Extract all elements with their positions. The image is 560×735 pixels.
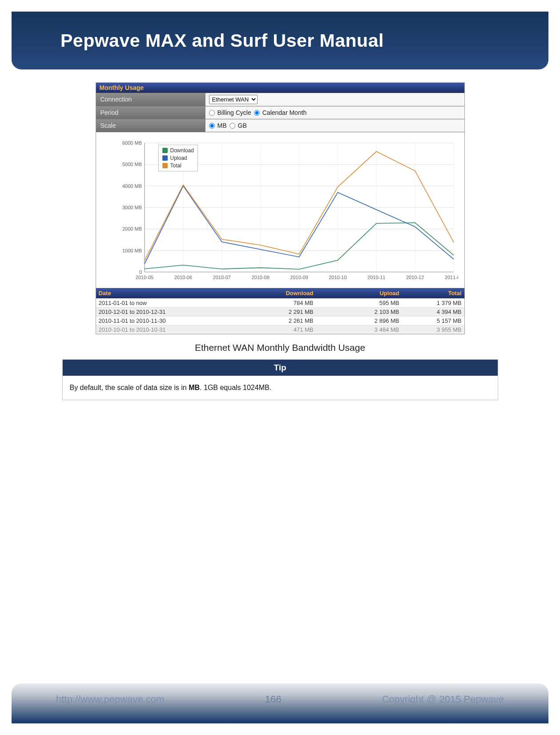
tip-header: Tip bbox=[63, 360, 498, 376]
chart: 01000 MB2000 MB3000 MB4000 MB5000 MB6000… bbox=[96, 132, 464, 288]
table-row[interactable]: 2011-01-01 to now 784 MB 595 MB 1 379 MB bbox=[96, 298, 464, 307]
connection-label: Connection bbox=[96, 93, 205, 106]
svg-text:6000 MB: 6000 MB bbox=[122, 140, 141, 146]
footer-copyright: Copyright @ 2015 Pepwave bbox=[382, 694, 504, 705]
table-row[interactable]: 2010-10-01 to 2010-10-31 471 MB 3 484 MB… bbox=[96, 325, 464, 334]
page-content: Monthly Usage Connection Ethernet WAN Pe… bbox=[12, 78, 548, 682]
table-body: 2011-01-01 to now 784 MB 595 MB 1 379 MB… bbox=[96, 298, 464, 334]
svg-text:2010-12: 2010-12 bbox=[406, 275, 423, 280]
tip-body: By default, the scale of data size is in… bbox=[63, 376, 498, 400]
chart-svg: 01000 MB2000 MB3000 MB4000 MB5000 MB6000… bbox=[102, 138, 458, 285]
svg-text:3000 MB: 3000 MB bbox=[122, 205, 141, 210]
svg-text:2010-05: 2010-05 bbox=[135, 275, 153, 280]
row-scale: Scale MB GB bbox=[96, 119, 464, 132]
svg-text:2010-11: 2010-11 bbox=[367, 275, 385, 280]
legend-download: Download bbox=[170, 147, 194, 154]
period-billing-label: Billing Cycle bbox=[218, 109, 251, 116]
svg-text:2011-01: 2011-01 bbox=[444, 275, 458, 280]
row-period: Period Billing Cycle Calendar Month bbox=[96, 106, 464, 119]
col-download: Download bbox=[228, 290, 314, 296]
svg-text:2010-08: 2010-08 bbox=[251, 275, 269, 280]
period-calendar-label: Calendar Month bbox=[262, 109, 307, 116]
col-date: Date bbox=[99, 290, 228, 296]
scale-label: Scale bbox=[96, 119, 205, 132]
table-row[interactable]: 2010-12-01 to 2010-12-31 2 291 MB 2 103 … bbox=[96, 307, 464, 316]
row-connection: Connection Ethernet WAN bbox=[96, 93, 464, 106]
period-billing-radio[interactable] bbox=[209, 110, 215, 116]
col-total: Total bbox=[399, 290, 462, 296]
svg-text:4000 MB: 4000 MB bbox=[122, 183, 141, 189]
svg-text:2010-09: 2010-09 bbox=[290, 275, 308, 280]
table-header: Date Download Upload Total bbox=[96, 288, 464, 298]
scale-gb-radio[interactable] bbox=[230, 123, 235, 129]
tip-box: Tip By default, the scale of data size i… bbox=[62, 359, 498, 400]
legend-upload: Upload bbox=[170, 154, 187, 162]
document-header: Pepwave MAX and Surf User Manual bbox=[12, 12, 548, 69]
document-title: Pepwave MAX and Surf User Manual bbox=[60, 30, 384, 51]
col-upload: Upload bbox=[314, 290, 399, 296]
scale-mb-label: MB bbox=[218, 122, 227, 129]
svg-text:2000 MB: 2000 MB bbox=[122, 226, 141, 231]
period-label: Period bbox=[96, 106, 205, 119]
figure-caption: Ethernet WAN Monthly Bandwidth Usage bbox=[47, 342, 513, 353]
document-footer: http://www.pepwave.com 166 Copyright @ 2… bbox=[12, 683, 548, 723]
footer-page: 166 bbox=[265, 694, 282, 705]
svg-text:1000 MB: 1000 MB bbox=[122, 248, 141, 253]
svg-text:5000 MB: 5000 MB bbox=[122, 162, 141, 167]
legend-total: Total bbox=[170, 162, 181, 170]
svg-text:2010-07: 2010-07 bbox=[213, 275, 230, 280]
table-row[interactable]: 2010-11-01 to 2010-11-30 2 261 MB 2 896 … bbox=[96, 316, 464, 325]
period-calendar-radio[interactable] bbox=[254, 110, 260, 116]
usage-panel: Monthly Usage Connection Ethernet WAN Pe… bbox=[96, 82, 465, 334]
svg-text:0: 0 bbox=[139, 269, 141, 275]
scale-mb-radio[interactable] bbox=[209, 123, 215, 129]
chart-legend: Download Upload Total bbox=[158, 145, 198, 171]
connection-select[interactable]: Ethernet WAN bbox=[209, 95, 258, 104]
svg-text:2010-06: 2010-06 bbox=[174, 275, 192, 280]
scale-gb-label: GB bbox=[238, 122, 247, 129]
footer-url: http://www.pepwave.com bbox=[56, 694, 164, 705]
svg-text:2010-10: 2010-10 bbox=[329, 275, 346, 280]
panel-title: Monthly Usage bbox=[96, 83, 464, 93]
